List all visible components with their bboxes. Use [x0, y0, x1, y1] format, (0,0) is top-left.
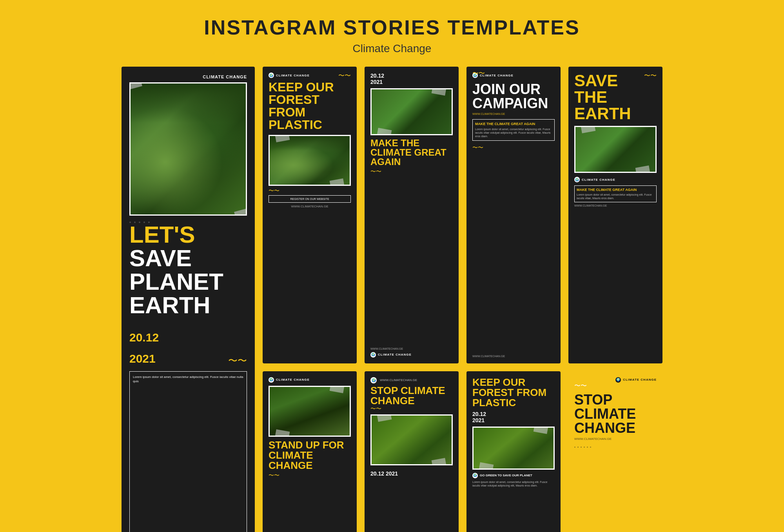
- card3-photo: [370, 88, 453, 135]
- card-keep-forest-2: KEEP OUR FOREST FROM PLASTIC 20.122021 🌍…: [466, 371, 561, 532]
- page-subtitle: Climate Change: [204, 42, 580, 55]
- card6-photo: [269, 386, 351, 437]
- card-stop-climate: 🌍 WWW.CLIMATECHAN.GE STOP CLIMATE CHANGE…: [365, 371, 459, 532]
- card5-label: 🌍 CLIMATE CHANGE: [574, 177, 657, 182]
- card5-website: WWW.CLIMATECHAN.GE: [574, 204, 657, 207]
- card3-zigzag: 〜〜: [370, 169, 453, 174]
- card3-website: WWW.CLIMATECHAN.GE: [370, 347, 453, 350]
- card2-zigzag-bot: 〜〜: [269, 188, 351, 193]
- card5-zigzag-top: 〜〜: [644, 73, 657, 79]
- card7-zigzag-top: 〜〜: [370, 406, 453, 411]
- card6-headline: STAND UP FOR CLIMATE CHANGE: [269, 440, 351, 470]
- card5-subbox: MAKE THE CLIMATE GREAT AGAIN Lorem ipsum…: [574, 185, 657, 202]
- card-keep-forest: 🌍 CLIMATE CHANGE 〜〜 KEEP OUR FOREST FROM…: [263, 67, 357, 363]
- card2-register: REGISTER ON OUR WEBSITE: [269, 195, 351, 203]
- card1-date2: 2021: [129, 352, 159, 365]
- card-save-earth: SAVE THE EARTH 〜〜 🌍 CLIMATE CHANGE MAKE …: [568, 67, 662, 363]
- card4-website: WWW.CLIMATECHAN.GE: [472, 113, 555, 115]
- card7-photo: [370, 414, 453, 465]
- card3-date: 20.122021: [370, 73, 384, 85]
- card8-lorem: Lorem ipsum dolor sit amet, consectetur …: [472, 480, 555, 487]
- card5-headline: SAVE THE EARTH: [574, 73, 644, 122]
- card-lets-save: CLIMATE CHANGE LET'S SAVE PLANET EARTH 2…: [122, 67, 255, 532]
- card-make-climate: 20.122021 MAKE THE CLIMATE GREAT AGAIN 〜…: [365, 67, 459, 363]
- card1-lorem: Lorem ipsum dolor sit amet, consectetur …: [129, 371, 247, 532]
- card1-photo: [129, 82, 247, 216]
- card9-headline: STOP CLIMATE CHANGE: [574, 393, 657, 435]
- card-stop-yellow: 🌍 CLIMATE CHANGE 〜〜 STOP CLIMATE CHANGE …: [568, 371, 662, 532]
- card7-headline: STOP CLIMATE CHANGE: [370, 385, 453, 406]
- card1-label: CLIMATE CHANGE: [129, 74, 247, 79]
- card4-website2: WWW.CLIMATECHAN.GE: [472, 355, 555, 358]
- card7-website: WWW.CLIMATECHAN.GE: [380, 378, 417, 382]
- card6-zigzag: 〜〜: [269, 472, 351, 478]
- card9-zigzag-top: 〜〜: [574, 383, 657, 389]
- card2-headline: KEEP OUR FOREST FROM PLASTIC: [269, 81, 351, 131]
- card7-date: 20.12 2021: [370, 470, 453, 477]
- card6-label: 🌍 CLIMATE CHANGE: [269, 377, 351, 383]
- card4-zigzag-bot: 〜〜: [472, 145, 555, 150]
- card1-date: 20.12: [129, 331, 159, 344]
- card8-photo: [472, 427, 555, 470]
- card2-zigzag-top: 〜〜: [338, 73, 351, 79]
- card5-photo: [574, 126, 657, 173]
- page-title: INSTAGRAM STORIES TEMPLATES: [204, 16, 580, 39]
- card1-headline: LET'S SAVE PLANET EARTH: [129, 223, 247, 317]
- card8-date: 20.122021: [472, 411, 555, 423]
- card2-website: WWW.CLIMATECHAN.GE: [269, 205, 351, 208]
- card3-headline: MAKE THE CLIMATE GREAT AGAIN: [370, 138, 453, 167]
- card4-zigzag-top: 〜〜: [472, 70, 555, 76]
- card4-headline: JOIN OUR CAMPAIGN: [472, 82, 555, 111]
- card1-zigzag: 〜〜: [228, 356, 247, 365]
- card8-headline: KEEP OUR FOREST FROM PLASTIC: [472, 377, 555, 408]
- card4-subbox: MAKE THE CLIMATE GREAT AGAIN Lorem ipsum…: [472, 119, 555, 141]
- card9-website: WWW.CLIMATECHAN.GE: [574, 437, 657, 441]
- card9-label: CLIMATE CHANGE: [623, 378, 657, 381]
- card-join-campaign: 🌍 CLIMATE CHANGE 〜〜 JOIN OUR CAMPAIGN WW…: [466, 67, 561, 363]
- card8-label: 🌍 GO GREEN TO SAVE OUR PLANET: [472, 473, 555, 478]
- card2-photo: [269, 135, 351, 186]
- card-standup: 🌍 CLIMATE CHANGE STAND UP FOR CLIMATE CH…: [263, 371, 357, 532]
